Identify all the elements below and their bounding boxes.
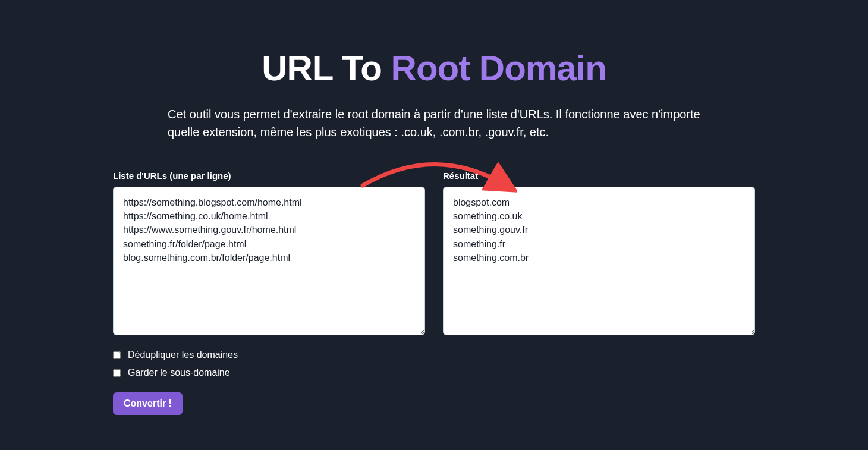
title-part2: Root Domain: [391, 48, 606, 88]
main-container: URL To Root Domain Cet outil vous permet…: [83, 0, 785, 439]
input-column: Liste d'URLs (une par ligne): [113, 171, 425, 338]
convert-button[interactable]: Convertir !: [113, 392, 183, 415]
option-subdomain: Garder le sous-domaine: [113, 367, 755, 378]
title-part1: URL To: [262, 48, 391, 88]
output-label: Résultat: [443, 171, 755, 181]
columns: Liste d'URLs (une par ligne) Résultat: [113, 171, 755, 338]
page-title: URL To Root Domain: [113, 48, 755, 89]
page-description: Cet outil vous permet d'extraire le root…: [113, 105, 755, 141]
dedupe-label[interactable]: Dédupliquer les domaines: [128, 350, 238, 360]
form-area: Liste d'URLs (une par ligne) Résultat Dé…: [113, 171, 755, 415]
keep-subdomain-label[interactable]: Garder le sous-domaine: [128, 367, 230, 378]
options-group: Dédupliquer les domaines Garder le sous-…: [113, 350, 755, 378]
url-input[interactable]: [113, 187, 425, 335]
dedupe-checkbox[interactable]: [113, 351, 121, 359]
input-label: Liste d'URLs (une par ligne): [113, 171, 425, 181]
result-output[interactable]: [443, 187, 755, 335]
output-column: Résultat: [443, 171, 755, 338]
option-dedupe: Dédupliquer les domaines: [113, 350, 755, 360]
keep-subdomain-checkbox[interactable]: [113, 369, 121, 377]
